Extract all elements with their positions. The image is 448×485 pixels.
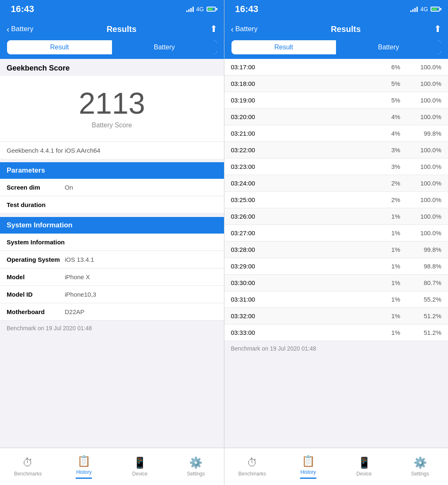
table-percent: 2% [383,196,408,203]
right-tab-result[interactable]: Result [231,40,336,54]
table-value: 80.7% [408,279,441,286]
right-tab-battery[interactable]: Battery [336,40,441,54]
right-benchmarks-icon: ⏱ [247,456,258,469]
table-row: 03:17:00 6% 100.0% [224,59,448,76]
table-row: 03:28:00 1% 99.8% [224,241,448,258]
table-percent: 1% [383,296,408,303]
right-tab-bar: ⏱ Benchmarks 📋 History 📱 Device ⚙️ Setti… [224,448,448,485]
left-param-model-id-value: iPhone10,3 [65,291,96,298]
table-value: 51.2% [408,312,441,319]
right-back-chevron-icon: ‹ [231,24,234,34]
right-nav-title: Results [258,24,434,34]
table-time: 03:31:00 [231,296,384,303]
left-param-screen-dim: Screen dim On [0,179,224,196]
table-value: 100.0% [408,97,441,104]
left-geekbench-score-header: Geekbench Score [0,59,224,76]
right-device-icon: 📱 [358,456,371,469]
right-benchmarks-label: Benchmarks [239,471,266,477]
right-benchmark-footer: Benchmark on 19 Jul 2020 01:48 [224,341,448,356]
table-time: 03:30:00 [231,279,384,286]
table-percent: 1% [383,213,408,220]
left-param-model-id: Model ID iPhone10,3 [0,286,224,303]
right-history-icon: 📋 [302,455,315,468]
table-value: 51.2% [408,329,441,336]
left-content: Geekbench Score 2113 Battery Score Geekb… [0,59,224,448]
right-tab-benchmarks[interactable]: ⏱ Benchmarks [224,448,280,485]
left-device-icon: 📱 [133,456,146,469]
right-battery-icon [431,7,441,12]
left-param-motherboard-label: Motherboard [7,308,65,315]
table-percent: 1% [383,279,408,286]
right-back-button[interactable]: ‹ Battery [231,24,258,34]
table-percent: 5% [383,97,408,104]
left-param-os-label: Operating System [7,256,65,263]
left-tab-history[interactable]: 📋 History [56,448,112,485]
table-time: 03:18:00 [231,80,384,87]
table-row: 03:25:00 2% 100.0% [224,192,448,208]
right-status-time: 16:43 [231,3,263,15]
table-value: 100.0% [408,213,441,220]
left-tab-device[interactable]: 📱 Device [112,448,168,485]
right-history-underline [300,478,317,479]
left-back-button[interactable]: ‹ Battery [7,24,34,34]
table-value: 100.0% [408,63,441,71]
left-device-label: Device [132,471,148,477]
left-tab-result[interactable]: Result [7,40,112,54]
table-value: 100.0% [408,146,441,154]
table-percent: 3% [383,146,408,154]
table-percent: 4% [383,113,408,120]
table-value: 100.0% [408,80,441,87]
right-tab-history[interactable]: 📋 History [280,448,336,485]
left-nav-title: Results [34,24,210,34]
left-score-number: 2113 [79,88,145,118]
table-percent: 1% [383,263,408,270]
right-tab-device[interactable]: 📱 Device [336,448,392,485]
left-benchmarks-label: Benchmarks [14,471,42,477]
left-back-label: Battery [11,25,34,33]
right-share-button[interactable]: ⬆ [434,24,441,34]
left-share-button[interactable]: ⬆ [210,24,217,34]
table-row: 03:19:00 5% 100.0% [224,92,448,109]
left-param-screen-dim-value: On [65,184,73,191]
table-value: 98.8% [408,263,441,270]
table-value: 100.0% [408,113,441,120]
table-time: 03:29:00 [231,263,384,270]
left-system-header: System Information [0,217,224,234]
left-geekbench-info: Geekbench 4.4.1 for iOS AArch64 [0,141,224,159]
table-time: 03:22:00 [231,146,384,154]
right-status-bar: 16:43 4G [224,0,448,18]
table-percent: 3% [383,163,408,170]
table-time: 03:20:00 [231,113,384,120]
table-value: 99.8% [408,130,441,137]
table-time: 03:24:00 [231,180,384,187]
table-time: 03:21:00 [231,130,384,137]
table-value: 100.0% [408,229,441,236]
left-tab-benchmarks[interactable]: ⏱ Benchmarks [0,448,56,485]
table-time: 03:27:00 [231,229,384,236]
table-percent: 2% [383,180,408,187]
table-row: 03:31:00 1% 55.2% [224,291,448,308]
left-param-model-label: Model [7,273,65,280]
left-nav-bar: ‹ Battery Results ⬆ [0,18,224,40]
left-status-time: 16:43 [7,3,38,15]
table-percent: 6% [383,63,408,71]
table-time: 03:23:00 [231,163,384,170]
table-value: 100.0% [408,196,441,203]
table-percent: 1% [383,329,408,336]
table-value: 100.0% [408,180,441,187]
left-tab-battery[interactable]: Battery [112,40,217,54]
right-history-label: History [300,469,316,475]
left-param-motherboard: Motherboard D22AP [0,303,224,321]
left-network-label: 4G [196,6,204,12]
right-tab-settings[interactable]: ⚙️ Settings [392,448,448,485]
table-value: 100.0% [408,163,441,170]
left-param-test-duration: Test duration [0,196,224,214]
left-tab-settings[interactable]: ⚙️ Settings [168,448,224,485]
right-settings-label: Settings [411,471,429,477]
table-row: 03:30:00 1% 80.7% [224,275,448,291]
left-back-chevron-icon: ‹ [7,24,10,34]
table-percent: 1% [383,229,408,236]
left-param-screen-dim-label: Screen dim [7,184,65,191]
left-score-container: 2113 Battery Score [0,76,224,141]
table-time: 03:32:00 [231,312,384,319]
